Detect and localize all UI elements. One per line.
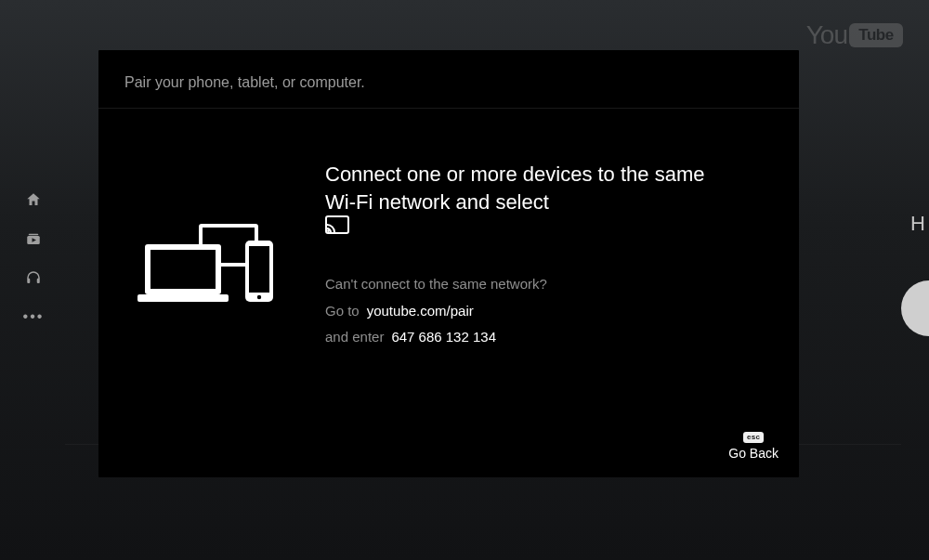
esc-key-icon: esc (743, 432, 764, 443)
brand-part2: Tube (849, 23, 903, 47)
right-edge-circle (901, 280, 929, 336)
home-icon[interactable] (24, 190, 43, 209)
go-back-button[interactable]: esc Go Back (728, 432, 779, 461)
headline-text: Connect one or more devices to the same … (325, 161, 734, 215)
svg-point-12 (257, 295, 261, 299)
more-icon[interactable]: ••• (24, 307, 43, 326)
svg-point-14 (327, 229, 330, 232)
goto-url: youtube.com/pair (367, 298, 474, 325)
svg-rect-11 (249, 246, 269, 293)
brand-wordmark: You Tube (806, 20, 903, 50)
enter-prefix: and enter (325, 324, 384, 351)
pair-code: 647 686 132 134 (391, 324, 496, 351)
right-edge-letter: H (910, 212, 925, 236)
modal-title: Pair your phone, tablet, or computer. (98, 50, 799, 109)
devices-icon (126, 161, 294, 351)
goto-prefix: Go to (325, 298, 360, 325)
svg-rect-9 (137, 294, 229, 302)
sidebar: ••• (22, 190, 45, 326)
svg-rect-3 (27, 279, 30, 283)
alt-question: Can't connect to the same network? (325, 271, 771, 298)
brand-part1: You (806, 20, 847, 50)
svg-rect-1 (29, 234, 39, 236)
headphones-icon[interactable] (24, 268, 43, 287)
svg-rect-8 (150, 250, 216, 289)
modal-content: Connect one or more devices to the same … (325, 161, 771, 351)
pair-modal: Pair your phone, tablet, or computer. (98, 50, 799, 477)
cast-icon (325, 215, 349, 234)
svg-rect-4 (37, 279, 40, 283)
subscriptions-icon[interactable] (24, 229, 43, 248)
go-back-label: Go Back (728, 446, 779, 461)
